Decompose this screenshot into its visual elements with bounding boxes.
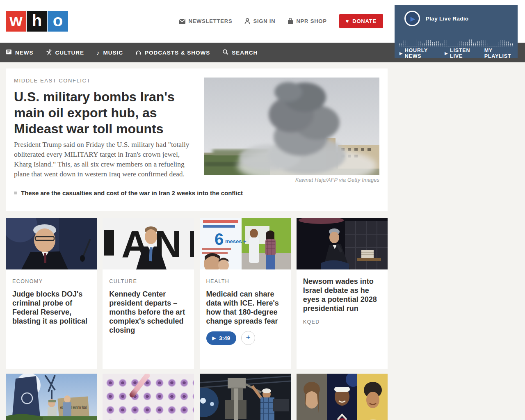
sign-in-label: SIGN IN xyxy=(253,18,275,24)
nav-item-culture[interactable]: CULTURE xyxy=(46,49,84,57)
story-cards-row: ECONOMY Judge blocks DOJ's criminal prob… xyxy=(6,218,388,369)
audio-controls: ▶ 3:49 + xyxy=(206,331,284,345)
hero-story: MIDDLE EAST CONFLICT U.S. military bombs… xyxy=(6,68,388,211)
hero-related-label: These are the casualties and cost of the… xyxy=(21,189,243,196)
card-body: Newsom wades into Israel debate as he ey… xyxy=(297,269,388,325)
play-icon: ▶ xyxy=(212,336,216,341)
main-content: MIDDLE EAST CONFLICT U.S. military bombs… xyxy=(0,62,388,420)
nav-search-label: SEARCH xyxy=(232,50,258,56)
card-kicker[interactable]: HEALTH xyxy=(206,278,284,284)
hourly-news-label: HOURLY NEWS xyxy=(405,48,439,59)
logo-letter: o xyxy=(53,12,63,29)
site-logo[interactable]: w h o xyxy=(6,11,68,32)
envelope-icon xyxy=(179,19,185,24)
card-body: ECONOMY Judge blocks DOJ's criminal prob… xyxy=(6,269,97,326)
play-triangle-icon: ▶ xyxy=(399,51,403,55)
logo-tile-black: h xyxy=(27,11,47,32)
logo-letter: w xyxy=(9,12,22,29)
story-card-economy[interactable]: ECONOMY Judge blocks DOJ's criminal prob… xyxy=(6,218,97,369)
card-headline[interactable]: Judge blocks DOJ's criminal probe of Fed… xyxy=(12,290,90,326)
card-headline[interactable]: Medicaid can share data with ICE. Here's… xyxy=(206,290,284,326)
person-icon xyxy=(244,18,250,24)
audio-duration: 3:49 xyxy=(219,335,230,341)
play-live-radio-button[interactable]: ▶ xyxy=(404,11,420,26)
my-playlist-link[interactable]: MY PLAYLIST xyxy=(484,48,515,59)
nav-news-label: NEWS xyxy=(15,50,34,56)
nav-item-search[interactable]: SEARCH xyxy=(222,49,258,56)
story-card-culture[interactable]: ANI CULTURE Kennedy Center president dep… xyxy=(103,218,194,369)
utility-bar: NEWSLETTERS SIGN IN NPR SHOP ♥ DONATE xyxy=(179,14,383,28)
card-kicker[interactable]: ECONOMY xyxy=(12,278,90,284)
poster-number: 6 xyxy=(215,230,224,248)
newspaper-icon xyxy=(6,49,12,56)
nav-item-news[interactable]: NEWS xyxy=(6,49,34,56)
story-card-newsom[interactable]: Newsom wades into Israel debate as he ey… xyxy=(297,218,388,369)
card-image-fed-chair xyxy=(6,218,97,269)
npr-shop-label: NPR SHOP xyxy=(296,18,326,24)
play-icon: ▶ xyxy=(411,16,415,22)
audio-waveform xyxy=(399,39,514,46)
card-body: CULTURE Kennedy Center president departs… xyxy=(103,269,194,335)
hero-media-column: Kawnat Haju/AFP via Getty Images xyxy=(204,78,379,183)
npr-shop-link[interactable]: NPR SHOP xyxy=(288,18,326,24)
nav-culture-label: CULTURE xyxy=(55,50,84,56)
nav-item-podcasts[interactable]: PODCASTS & SHOWS xyxy=(135,49,210,56)
card-image-newsom-stage xyxy=(297,218,388,269)
search-icon xyxy=(222,49,228,56)
newsletters-link[interactable]: NEWSLETTERS xyxy=(179,18,232,24)
story-image-factory-machine[interactable] xyxy=(200,374,291,420)
dancing-person-icon xyxy=(46,49,52,57)
hero-headline[interactable]: U.S. military bombs Iran's main oil expo… xyxy=(14,89,197,137)
newsletters-label: NEWSLETTERS xyxy=(188,18,232,24)
story-image-three-portraits[interactable] xyxy=(297,374,388,420)
logo-letter: h xyxy=(32,12,42,29)
story-image-cdc-protest[interactable]: ex-CDC will work for food xyxy=(6,374,97,420)
donate-button[interactable]: ♥ DONATE xyxy=(339,14,383,28)
play-live-radio-label[interactable]: Play Live Radio xyxy=(426,16,468,22)
nav-music-label: MUSIC xyxy=(103,50,123,56)
poster-unit: meses + xyxy=(225,238,247,244)
hero-text-column: MIDDLE EAST CONFLICT U.S. military bombs… xyxy=(14,78,197,183)
add-to-playlist-button[interactable]: + xyxy=(241,331,255,345)
card-source: KQED xyxy=(303,319,381,325)
card-headline[interactable]: Newsom wades into Israel debate as he ey… xyxy=(303,277,381,313)
card-body: HEALTH Medicaid can share data with ICE.… xyxy=(200,269,291,345)
story-card-health[interactable]: 6 meses + HEALTH xyxy=(200,218,291,369)
nav-item-music[interactable]: ♪ MUSIC xyxy=(96,50,123,56)
card-image-kennedy-center: ANI xyxy=(103,218,194,269)
card-kicker[interactable]: CULTURE xyxy=(109,278,187,284)
headphones-icon xyxy=(135,49,142,56)
hero-kicker[interactable]: MIDDLE EAST CONFLICT xyxy=(14,78,197,84)
logo-tile-blue: o xyxy=(48,11,68,32)
hero-related-link[interactable]: These are the casualties and cost of the… xyxy=(14,189,379,196)
my-playlist-label: MY PLAYLIST xyxy=(484,48,515,59)
square-bullet-icon xyxy=(14,192,17,194)
live-radio-panel: ▶ Play Live Radio ▶ HOURLY NEWS ▶ LISTEN… xyxy=(395,5,518,58)
listen-live-label: LISTEN LIVE xyxy=(450,48,478,59)
logo-tile-red: w xyxy=(6,11,26,32)
card-image-clinic: 6 meses + xyxy=(200,218,291,269)
hero-teaser: President Trump said on Friday the U.S. … xyxy=(14,139,197,179)
radio-links: ▶ HOURLY NEWS ▶ LISTEN LIVE MY PLAYLIST xyxy=(399,48,515,59)
card-headline[interactable]: Kennedy Center president departs – month… xyxy=(109,290,187,335)
hero-image-caption: Kawnat Haju/AFP via Getty Images xyxy=(204,177,379,183)
play-audio-button[interactable]: ▶ 3:49 xyxy=(206,331,237,345)
play-triangle-icon: ▶ xyxy=(445,51,448,55)
live-radio-player: ▶ Play Live Radio xyxy=(395,5,518,26)
hero-image-smoke-plume[interactable] xyxy=(204,78,379,175)
hourly-news-link[interactable]: ▶ HOURLY NEWS xyxy=(399,48,438,59)
sign-in-link[interactable]: SIGN IN xyxy=(244,18,275,24)
donate-label: DONATE xyxy=(352,18,377,24)
shopping-bag-icon xyxy=(288,18,293,24)
music-note-icon: ♪ xyxy=(96,50,100,56)
bottom-stories-row: ex-CDC will work for food xyxy=(6,374,388,420)
heart-icon: ♥ xyxy=(346,18,349,24)
vial-tube xyxy=(128,374,151,398)
nav-podcasts-label: PODCASTS & SHOWS xyxy=(145,50,210,56)
story-image-blood-vials[interactable] xyxy=(103,374,194,420)
listen-live-link[interactable]: ▶ LISTEN LIVE xyxy=(445,48,478,59)
